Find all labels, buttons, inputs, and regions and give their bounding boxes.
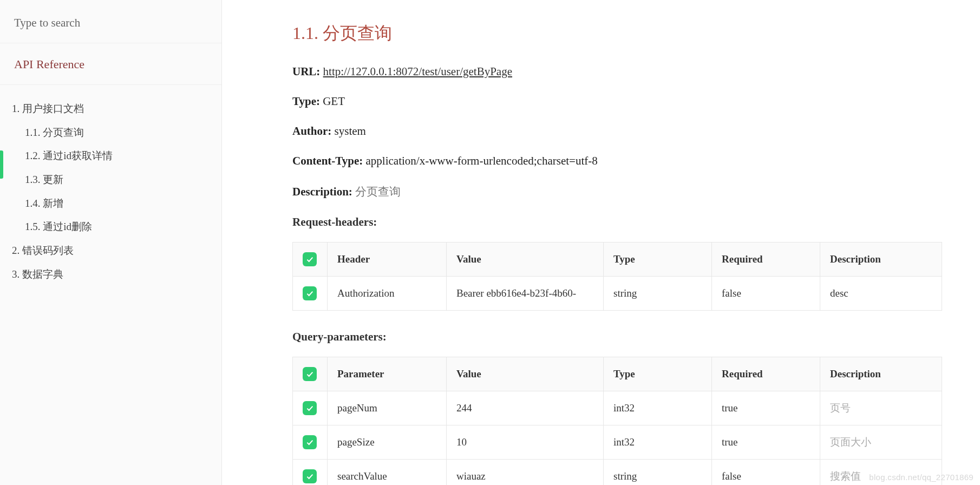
meta-author-value: system — [335, 124, 366, 137]
nav-subitem[interactable]: 1.2. 通过id获取详情 — [0, 144, 221, 168]
cell-type: string — [604, 460, 712, 486]
meta-content-type-label: Content-Type: — [292, 154, 363, 167]
column-header: Type — [604, 357, 712, 391]
nav-item[interactable]: 2. 错误码列表 — [0, 239, 221, 263]
check-icon[interactable] — [303, 286, 317, 300]
param-value-input[interactable] — [456, 470, 593, 482]
meta-description-label: Description: — [292, 185, 352, 198]
nav-subitem[interactable]: 1.1. 分页查询 — [0, 121, 221, 145]
cell-value[interactable] — [447, 391, 604, 425]
meta-description: Description: 分页查询 — [292, 184, 942, 199]
cell-description: 页面大小 — [820, 425, 942, 460]
table-header-row: Header Value Type Required Description — [293, 243, 942, 277]
column-header: Description — [820, 357, 942, 391]
meta-content-type-value: application/x-www-form-urlencoded;charse… — [366, 154, 598, 167]
cell-type: string — [604, 277, 712, 311]
request-headers-table: Header Value Type Required Description A… — [292, 242, 942, 311]
meta-type: Type: GET — [292, 95, 942, 108]
cell-description: desc — [820, 277, 942, 311]
page-title: 1.1. 分页查询 — [292, 22, 942, 45]
header-value-input[interactable] — [456, 287, 593, 299]
sidebar: API Reference 1. 用户接口文档1.1. 分页查询1.2. 通过i… — [0, 0, 222, 485]
nav-subitem[interactable]: 1.4. 新增 — [0, 192, 221, 215]
meta-url-label: URL: — [292, 65, 320, 78]
table-row: pageNumint32true页号 — [293, 391, 942, 425]
check-icon[interactable] — [303, 367, 317, 381]
cell-description: 搜索值 — [820, 460, 942, 486]
table-row: searchValuestringfalse搜索值 — [293, 460, 942, 486]
check-icon[interactable] — [303, 252, 317, 266]
cell-type: int32 — [604, 425, 712, 460]
nav-subitem[interactable]: 1.3. 更新 — [0, 168, 221, 192]
cell-required: false — [712, 460, 820, 486]
site-title: API Reference — [0, 43, 221, 85]
column-header: Value — [447, 357, 604, 391]
meta-type-value: GET — [323, 95, 345, 108]
sidebar-accent-strip — [0, 150, 3, 179]
table-header-row: Parameter Value Type Required Descriptio… — [293, 357, 942, 391]
cell-parameter: searchValue — [328, 460, 447, 486]
main-content: 1.1. 分页查询 URL: http://127.0.0.1:8072/tes… — [222, 0, 980, 485]
query-parameters-heading: Query-parameters: — [292, 330, 942, 344]
meta-type-label: Type: — [292, 95, 320, 108]
cell-value[interactable] — [447, 277, 604, 311]
cell-description: 页号 — [820, 391, 942, 425]
param-value-input[interactable] — [456, 402, 593, 414]
nav-list: 1. 用户接口文档1.1. 分页查询1.2. 通过id获取详情1.3. 更新1.… — [0, 85, 221, 286]
cell-required: true — [712, 425, 820, 460]
meta-url-link[interactable]: http://127.0.0.1:8072/test/user/getByPag… — [323, 65, 512, 78]
cell-required: true — [712, 391, 820, 425]
nav-subitem[interactable]: 1.5. 通过id删除 — [0, 215, 221, 239]
search-input[interactable] — [14, 16, 221, 30]
meta-url: URL: http://127.0.0.1:8072/test/user/get… — [292, 65, 942, 78]
check-icon[interactable] — [303, 401, 317, 415]
check-icon[interactable] — [303, 435, 317, 449]
meta-author: Author: system — [292, 124, 942, 138]
search-container — [0, 0, 221, 43]
query-parameters-table: Parameter Value Type Required Descriptio… — [292, 357, 942, 485]
meta-description-value: 分页查询 — [355, 185, 401, 198]
cell-value[interactable] — [447, 425, 604, 460]
cell-type: int32 — [604, 391, 712, 425]
cell-value[interactable] — [447, 460, 604, 486]
column-header: Description — [820, 243, 942, 277]
column-header: Required — [712, 243, 820, 277]
cell-parameter: pageNum — [328, 391, 447, 425]
meta-content-type: Content-Type: application/x-www-form-url… — [292, 154, 942, 168]
column-header: Parameter — [328, 357, 447, 391]
cell-parameter: pageSize — [328, 425, 447, 460]
nav-item[interactable]: 3. 数据字典 — [0, 263, 221, 286]
table-row: Authorizationstringfalsedesc — [293, 277, 942, 311]
column-header: Required — [712, 357, 820, 391]
column-header: Value — [447, 243, 604, 277]
column-header: Type — [604, 243, 712, 277]
column-checkbox — [293, 357, 328, 391]
request-headers-heading: Request-headers: — [292, 215, 942, 229]
cell-required: false — [712, 277, 820, 311]
meta-author-label: Author: — [292, 124, 331, 137]
nav-item[interactable]: 1. 用户接口文档 — [0, 97, 221, 121]
cell-header: Authorization — [328, 277, 447, 311]
column-header: Header — [328, 243, 447, 277]
table-row: pageSizeint32true页面大小 — [293, 425, 942, 460]
check-icon[interactable] — [303, 469, 317, 483]
column-checkbox — [293, 243, 328, 277]
param-value-input[interactable] — [456, 436, 593, 448]
